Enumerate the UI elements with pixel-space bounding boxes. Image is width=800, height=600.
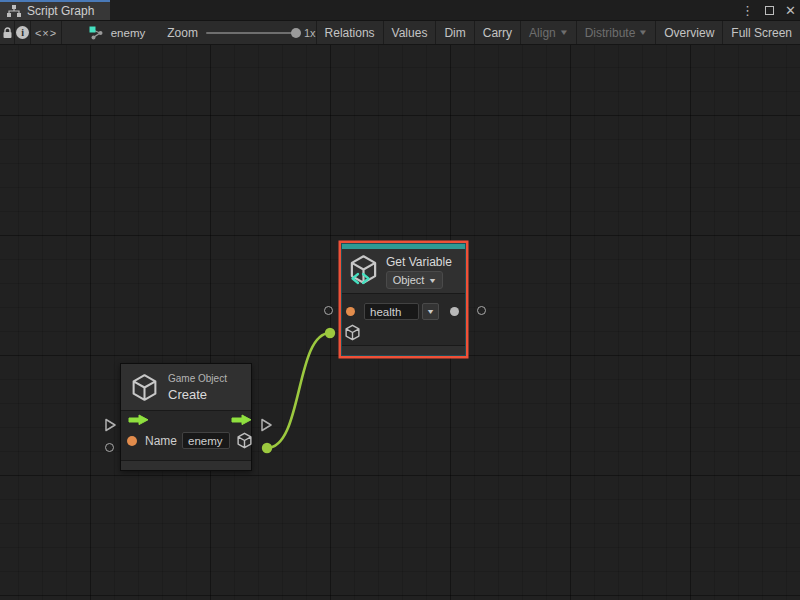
object-input-port-icon[interactable]: [344, 324, 361, 341]
chevron-down-icon: ▼: [638, 28, 648, 37]
chevron-down-icon: ▼: [428, 277, 437, 284]
variable-name-port[interactable]: [324, 306, 333, 315]
node-footer: [342, 345, 465, 355]
dim-button[interactable]: Dim: [435, 21, 473, 44]
chevron-down-icon: ▼: [426, 308, 435, 315]
graph-canvas[interactable]: Game Object Create Name enemy: [0, 45, 800, 600]
zoom-slider-handle[interactable]: [291, 28, 301, 38]
align-dropdown-button[interactable]: Align▼: [520, 21, 576, 44]
flow-input-port[interactable]: [104, 418, 117, 432]
maximize-icon[interactable]: [765, 6, 774, 15]
flow-output-port[interactable]: [260, 418, 273, 432]
full-screen-button[interactable]: Full Screen: [722, 21, 800, 44]
graph-breadcrumb[interactable]: enemy: [89, 21, 146, 44]
zoom-slider[interactable]: [206, 32, 296, 34]
code-icon: <×>: [35, 27, 57, 39]
value-output-port-icon[interactable]: [450, 307, 459, 316]
graph-name: enemy: [111, 27, 146, 39]
lock-icon: [2, 27, 13, 39]
tab-title: Script Graph: [27, 4, 94, 18]
variable-name-port-icon[interactable]: [346, 307, 355, 316]
tab-script-graph[interactable]: Script Graph: [0, 0, 110, 20]
relations-button[interactable]: Relations: [316, 21, 383, 44]
chevron-down-icon: ▼: [559, 28, 569, 37]
node-create-game-object[interactable]: Game Object Create Name enemy: [120, 363, 252, 471]
name-value-field[interactable]: enemy: [182, 432, 230, 449]
lock-button[interactable]: [0, 21, 15, 44]
node-body: Name enemy: [121, 411, 251, 460]
flow-output-arrow-icon[interactable]: [231, 414, 252, 426]
code-preview-button[interactable]: <×>: [31, 21, 61, 44]
game-object-cube-icon: [130, 373, 159, 402]
name-input-port-icon[interactable]: [127, 436, 137, 446]
toolbar-buttons: Relations Values Dim Carry Align▼ Distri…: [316, 21, 800, 44]
value-output-port[interactable]: [477, 306, 486, 315]
node-title: Get Variable: [386, 255, 452, 269]
zoom-value: 1x: [304, 27, 316, 39]
hierarchy-icon: [7, 5, 21, 17]
variable-name-field[interactable]: health: [364, 303, 419, 320]
window-controls: ⋮ ✕: [741, 0, 796, 21]
carry-button[interactable]: Carry: [474, 21, 520, 44]
node-header: Game Object Create: [121, 364, 251, 411]
zoom-label: Zoom: [167, 26, 198, 40]
name-port-label: Name: [145, 434, 177, 448]
variable-picker-dropdown-button[interactable]: ▼: [422, 303, 439, 320]
game-object-output-port-icon[interactable]: [236, 432, 253, 449]
titlebar: Script Graph ⋮ ✕: [0, 0, 800, 21]
graph-icon: [89, 26, 105, 40]
menu-icon[interactable]: ⋮: [741, 4, 754, 17]
name-input-port[interactable]: [105, 443, 114, 452]
node-footer: [121, 460, 251, 470]
flow-input-arrow-icon[interactable]: [128, 414, 149, 426]
node-header: Get Variable Object ▼: [342, 249, 465, 294]
close-icon[interactable]: ✕: [785, 4, 796, 17]
distribute-dropdown-button[interactable]: Distribute▼: [576, 21, 656, 44]
edge-end-dot: [325, 328, 335, 338]
variable-scope-dropdown[interactable]: Object ▼: [386, 271, 443, 289]
info-icon: i: [16, 26, 29, 39]
values-button[interactable]: Values: [383, 21, 436, 44]
toolbar: i <×> enemy Zoom 1x Relations Values Dim: [0, 21, 800, 45]
info-button[interactable]: i: [15, 21, 31, 44]
code-chevrons-icon: [350, 272, 371, 285]
node-category: Game Object: [168, 373, 227, 384]
node-get-variable[interactable]: Get Variable Object ▼ health ▼: [341, 243, 466, 356]
node-title: Create: [168, 387, 207, 402]
node-body: health ▼: [342, 294, 465, 345]
edge-start-dot: [262, 443, 272, 453]
zoom-control: Zoom 1x: [167, 21, 315, 44]
overview-button[interactable]: Overview: [655, 21, 722, 44]
script-graph-window: Script Graph ⋮ ✕ i <×>: [0, 0, 800, 600]
